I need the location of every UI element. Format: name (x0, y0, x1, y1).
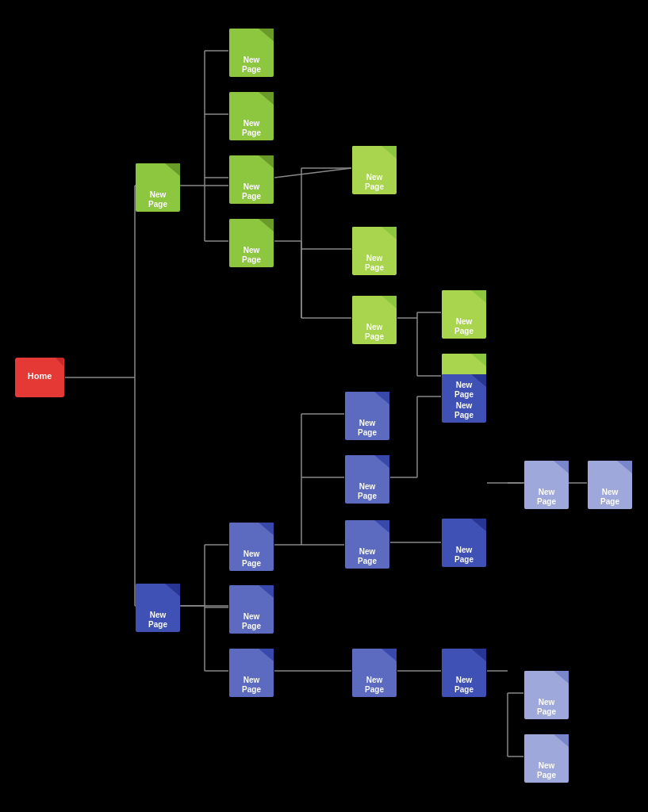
node-n15[interactable]: NewPage (441, 514, 487, 568)
node-n12[interactable]: NewPage (344, 450, 390, 504)
node-n25-label: NewPage (537, 761, 556, 780)
svg-rect-120 (524, 734, 554, 747)
node-n15-label: NewPage (454, 546, 474, 565)
svg-line-10 (274, 168, 351, 178)
svg-rect-69 (352, 296, 382, 308)
node-n2[interactable]: NewPage (228, 24, 274, 78)
node-n19[interactable]: NewPage (228, 644, 274, 698)
svg-rect-108 (442, 649, 471, 661)
svg-rect-63 (352, 146, 382, 159)
node-n7[interactable]: NewPage (351, 222, 397, 276)
node-n9-label: NewPage (454, 317, 474, 336)
node-n21-label: NewPage (454, 676, 474, 695)
svg-rect-48 (136, 163, 165, 176)
svg-rect-78 (345, 392, 374, 404)
node-n17-label: NewPage (242, 550, 261, 569)
node-n22-label: NewPage (537, 488, 556, 507)
svg-rect-57 (229, 155, 259, 168)
node-n5-label: NewPage (242, 246, 261, 265)
node-n4[interactable]: NewPage (228, 151, 274, 205)
svg-rect-81 (345, 455, 374, 468)
svg-rect-114 (588, 461, 617, 473)
node-n19-label: NewPage (242, 676, 261, 695)
diagram-canvas: Home NewPage NewPage NewPage (0, 0, 648, 812)
node-n21[interactable]: NewPage (441, 644, 487, 698)
node-n14-label: NewPage (454, 401, 474, 420)
node-n22[interactable]: NewPage (523, 456, 569, 510)
svg-rect-75 (442, 354, 471, 366)
node-n18-label: NewPage (242, 612, 261, 631)
svg-rect-102 (229, 649, 259, 661)
svg-rect-72 (442, 290, 471, 303)
node-n2-label: NewPage (242, 56, 261, 75)
svg-rect-93 (136, 584, 165, 596)
svg-rect-60 (229, 219, 259, 232)
svg-rect-117 (524, 671, 554, 684)
node-n1-label: NewPage (148, 190, 167, 209)
node-n16-label: NewPage (148, 611, 167, 630)
node-n6[interactable]: NewPage (351, 141, 397, 195)
node-n5[interactable]: NewPage (228, 214, 274, 268)
svg-rect-111 (524, 461, 554, 473)
node-n23[interactable]: NewPage (587, 456, 633, 510)
node-n8[interactable]: NewPage (351, 291, 397, 345)
node-n1[interactable]: NewPage (135, 159, 181, 213)
svg-rect-96 (229, 523, 259, 535)
node-n11-label: NewPage (358, 419, 377, 438)
svg-rect-54 (229, 92, 259, 105)
svg-rect-84 (345, 520, 374, 533)
svg-rect-51 (229, 29, 259, 41)
node-n13[interactable]: NewPage (344, 515, 390, 569)
node-n16[interactable]: NewPage (135, 579, 181, 633)
node-n18[interactable]: NewPage (228, 580, 274, 634)
svg-rect-66 (352, 227, 382, 239)
svg-rect-105 (352, 649, 382, 661)
node-n7-label: NewPage (365, 254, 384, 273)
node-home-label: Home (28, 371, 52, 381)
svg-rect-90 (442, 519, 471, 531)
node-n6-label: NewPage (365, 173, 384, 192)
node-n12-label: NewPage (358, 482, 377, 501)
node-n24[interactable]: NewPage (523, 666, 569, 720)
node-n13-label: NewPage (358, 547, 377, 566)
node-n9[interactable]: NewPage (441, 285, 487, 339)
node-n11[interactable]: NewPage (344, 387, 390, 441)
node-n10-label: NewPage (454, 381, 474, 400)
node-n3-label: NewPage (242, 119, 261, 138)
svg-rect-99 (229, 585, 259, 598)
node-n17[interactable]: NewPage (228, 518, 274, 572)
node-n20[interactable]: NewPage (351, 644, 397, 698)
node-home[interactable]: Home (14, 357, 65, 398)
node-n23-label: NewPage (600, 488, 619, 507)
node-n3[interactable]: NewPage (228, 87, 274, 141)
node-n4-label: NewPage (242, 182, 261, 201)
node-n8-label: NewPage (365, 323, 384, 342)
node-n25[interactable]: NewPage (523, 730, 569, 783)
node-n24-label: NewPage (537, 698, 556, 717)
node-n20-label: NewPage (365, 676, 384, 695)
